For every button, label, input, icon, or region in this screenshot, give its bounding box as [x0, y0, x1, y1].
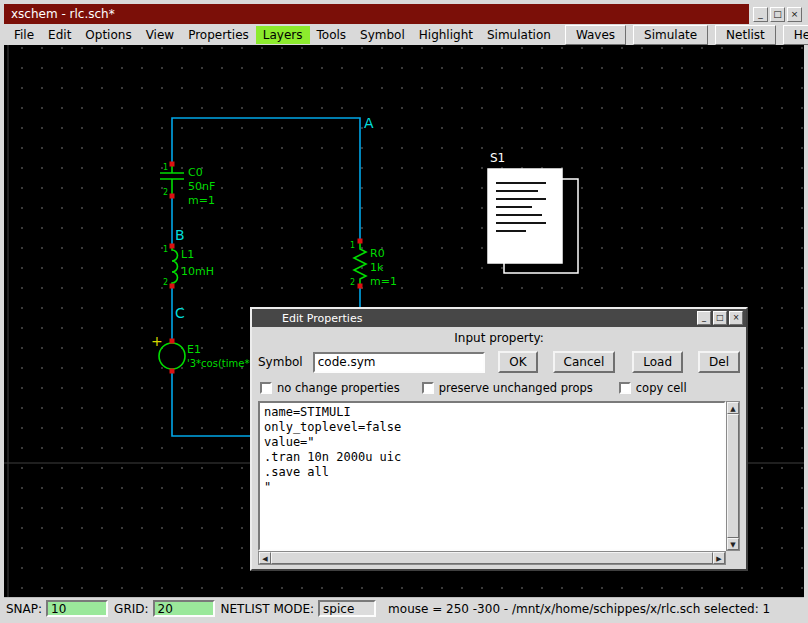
inductor-pin2-number: 2 [163, 278, 168, 287]
input-property-label: Input property: [255, 331, 743, 345]
vertical-scrollbar[interactable]: ▲ ▼ [726, 401, 740, 551]
copy-cell-label: copy cell [636, 381, 687, 395]
menu-tools[interactable]: Tools [310, 26, 354, 44]
scroll-left-icon[interactable]: ◀ [259, 552, 271, 564]
close-icon[interactable]: × [787, 7, 802, 22]
symbol-label: Symbol [258, 355, 303, 369]
preserve-unchanged-props-option[interactable]: preserve unchanged props [422, 381, 593, 395]
no-change-properties-label: no change properties [277, 381, 400, 395]
resistor-pin2-number: 2 [350, 278, 355, 287]
menu-highlight[interactable]: Highlight [412, 26, 480, 44]
preserve-unchanged-props-checkbox[interactable] [422, 382, 434, 394]
dialog-body: Input property: Symbol OK Cancel Load De… [252, 327, 746, 569]
resistor-value: 1k [370, 261, 384, 274]
netlist-button[interactable]: Netlist [715, 25, 776, 45]
copy-cell-checkbox[interactable] [619, 382, 631, 394]
edit-properties-dialog: Edit Properties _ □ × Input property: Sy… [250, 307, 748, 571]
netlist-mode-label: NETLIST MODE: [221, 602, 315, 616]
inductor-value: 10mH [181, 265, 214, 278]
menu-view[interactable]: View [139, 26, 181, 44]
dialog-minimize-icon[interactable]: _ [697, 311, 711, 325]
net-label-b[interactable]: B [175, 227, 185, 243]
properties-textarea[interactable]: name=STIMULI only_toplevel=false value="… [258, 401, 726, 551]
capacitor-c0[interactable]: 1 2 C0 50nF m=1 [160, 162, 215, 208]
preserve-unchanged-props-label: preserve unchanged props [439, 381, 593, 395]
menu-options[interactable]: Options [78, 26, 138, 44]
pin-marker [170, 162, 175, 167]
menu-symbol[interactable]: Symbol [353, 26, 412, 44]
dialog-titlebar[interactable]: Edit Properties _ □ × [252, 309, 746, 327]
inductor-l1[interactable]: 1 2 L1 10mH [163, 244, 214, 289]
pin-marker [358, 239, 363, 244]
resistor-mult: m=1 [370, 275, 397, 288]
resistor-pin1-number: 1 [350, 241, 355, 250]
window-controls: _ □ × [749, 4, 804, 24]
scrollbar-corner [726, 551, 740, 565]
checkbox-row: no change properties preserve unchanged … [260, 381, 738, 395]
symbol-input[interactable] [313, 352, 486, 373]
pin-marker [170, 194, 175, 199]
horizontal-scroll-thumb[interactable] [271, 552, 713, 564]
dialog-maximize-icon[interactable]: □ [713, 311, 727, 325]
dialog-close-icon[interactable]: × [729, 311, 743, 325]
code-block-name: S1 [490, 151, 505, 165]
xschem-window: xschem - rlc.sch* _ □ × File Edit Option… [0, 0, 808, 623]
window-title: xschem - rlc.sch* [4, 4, 749, 24]
mouse-status-text: mouse = 250 -300 - /mnt/x/home/schippes/… [388, 602, 770, 616]
inductor-pin1-number: 1 [163, 245, 168, 254]
capacitor-mult: m=1 [188, 194, 215, 207]
vertical-scroll-thumb[interactable] [727, 414, 739, 538]
copy-cell-option[interactable]: copy cell [619, 381, 687, 395]
capacitor-name: C0 [188, 166, 203, 179]
statusbar: SNAP: GRID: NETLIST MODE: mouse = 250 -3… [4, 597, 804, 619]
menu-simulation[interactable]: Simulation [480, 26, 558, 44]
grid-input[interactable] [153, 600, 215, 617]
code-block-s1[interactable]: S1 [488, 151, 578, 273]
no-change-properties-option[interactable]: no change properties [260, 381, 400, 395]
pin-marker [170, 244, 175, 249]
source-value: '3*cos(time*ti [187, 358, 256, 369]
minimize-icon[interactable]: _ [753, 7, 768, 22]
pin-marker [358, 284, 363, 289]
inductor-name: L1 [181, 248, 194, 261]
ok-button[interactable]: OK [498, 351, 537, 373]
waves-button[interactable]: Waves [565, 25, 626, 45]
horizontal-scrollbar[interactable]: ◀ ▶ [258, 551, 726, 565]
scroll-up-icon[interactable]: ▲ [727, 402, 739, 414]
load-button[interactable]: Load [632, 351, 683, 373]
menu-edit[interactable]: Edit [41, 26, 78, 44]
netlist-mode-input[interactable] [318, 600, 376, 617]
del-button[interactable]: Del [698, 351, 740, 373]
schematic-canvas[interactable]: A B C 1 2 C0 50nF m=1 1 2 L1 10mH [4, 45, 804, 597]
source-e1[interactable]: + E1 '3*cos(time*ti [151, 333, 256, 374]
capacitor-pin1-number: 1 [163, 163, 168, 172]
capacitor-value: 50nF [188, 180, 215, 193]
no-change-properties-checkbox[interactable] [260, 382, 272, 394]
maximize-icon[interactable]: □ [770, 7, 785, 22]
resistor-name: R0 [370, 247, 385, 260]
capacitor-pin2-number: 2 [163, 188, 168, 197]
pin-marker [170, 369, 175, 374]
menu-properties[interactable]: Properties [181, 26, 256, 44]
titlebar: xschem - rlc.sch* _ □ × [4, 4, 804, 24]
source-name: E1 [187, 343, 201, 356]
snap-label: SNAP: [6, 602, 42, 616]
net-label-c[interactable]: C [175, 305, 185, 321]
symbol-row: Symbol OK Cancel Load Del [255, 351, 743, 373]
simulate-button[interactable]: Simulate [633, 25, 708, 45]
grid-label: GRID: [114, 602, 148, 616]
net-label-a[interactable]: A [364, 115, 374, 131]
properties-editor: name=STIMULI only_toplevel=false value="… [258, 401, 740, 565]
help-button[interactable]: Help [783, 25, 808, 45]
pin-marker [170, 284, 175, 289]
snap-input[interactable] [46, 600, 108, 617]
resistor-r0[interactable]: 1 2 R0 1k m=1 [350, 239, 397, 289]
menu-file[interactable]: File [7, 26, 41, 44]
scroll-right-icon[interactable]: ▶ [713, 552, 725, 564]
scroll-down-icon[interactable]: ▼ [727, 538, 739, 550]
menu-layers[interactable]: Layers [256, 26, 310, 44]
cancel-button[interactable]: Cancel [553, 351, 616, 373]
menubar: File Edit Options View Properties Layers… [4, 24, 804, 45]
pin-marker [170, 339, 175, 344]
source-plus-sign: + [151, 333, 163, 349]
